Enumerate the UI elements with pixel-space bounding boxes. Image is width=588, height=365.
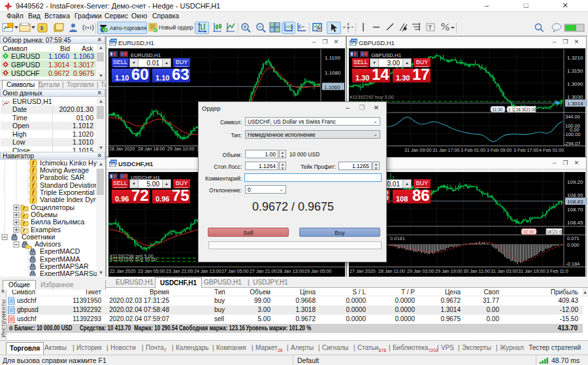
- svg-text:108.70: 108.70: [567, 207, 583, 213]
- svg-text:GBPUSD,H1: GBPUSD,H1: [371, 52, 402, 58]
- svg-text:1.1100: 1.1100: [325, 55, 340, 61]
- svg-text:Triple Exponential Movin: Triple Exponential Movin: [40, 188, 97, 196]
- svg-text:Standard Deviation: Standard Deviation: [40, 181, 97, 189]
- svg-text:EURUSD,H1: EURUSD,H1: [131, 52, 161, 58]
- svg-text:22 Jan 2020: 22 Jan 2020: [110, 268, 136, 274]
- svg-text:0.000: 0.000: [567, 242, 580, 248]
- svg-text:$: $: [41, 25, 44, 31]
- svg-text:3 Feb 01:00: 3 Feb 01:00: [461, 147, 485, 153]
- svg-text:ExpertMAMA: ExpertMAMA: [40, 255, 80, 263]
- svg-text:108.95: 108.95: [567, 192, 583, 198]
- svg-text:1.1060: 1.1060: [324, 84, 340, 90]
- svg-text:23 Jan 21:00: 23 Jan 21:00: [166, 268, 193, 274]
- svg-text:109.20: 109.20: [567, 179, 583, 185]
- svg-text:Билла Вильямса: Билла Вильямса: [31, 218, 84, 226]
- svg-text:Examples: Examples: [31, 226, 61, 234]
- svg-text:28 Jan 2020: 28 Jan 2020: [109, 146, 135, 152]
- svg-text:27 Jan 05:00: 27 Jan 05:00: [221, 268, 249, 274]
- svg-text:1.3210: 1.3210: [567, 55, 583, 61]
- svg-text:0.0181: 0.0181: [390, 235, 405, 241]
- svg-text:1.3090: 1.3090: [567, 81, 583, 87]
- svg-text:ExpertMACD: ExpertMACD: [40, 247, 80, 255]
- svg-text:1 1: 1 1: [508, 107, 514, 112]
- svg-text:29 Jan 05:00: 29 Jan 05:00: [304, 268, 332, 274]
- svg-text:Parabolic SAR: Parabolic SAR: [40, 173, 85, 181]
- svg-text:Осцилляторы: Осцилляторы: [31, 203, 74, 211]
- svg-text:-294.07: -294.07: [564, 141, 580, 147]
- svg-text:28 Jan 18:00: 28 Jan 18:00: [138, 146, 165, 152]
- svg-text:21:0: 21:0: [553, 230, 562, 234]
- svg-text:31 Jan 09:00: 31 Jan 09:00: [404, 147, 432, 153]
- svg-text:31 Jan 03:00: 31 Jan 03:00: [491, 268, 518, 274]
- svg-text:18: 18: [547, 230, 552, 234]
- svg-text:1.3030: 1.3030: [567, 94, 583, 100]
- svg-text:28 Jan 11:00: 28 Jan 11:00: [378, 268, 405, 274]
- svg-text:30 Jan 11:00: 30 Jan 11:00: [463, 268, 490, 274]
- svg-text:27 Jan 2020: 27 Jan 2020: [350, 268, 376, 274]
- svg-text:02:30: 02:30: [523, 230, 534, 234]
- svg-text:1.3014: 1.3014: [567, 101, 583, 107]
- svg-text:#11391950 buy 99.00: #11391950 buy 99.00: [110, 256, 157, 262]
- svg-text:0.071: 0.071: [567, 235, 580, 241]
- svg-text:Moving Average: Moving Average: [40, 166, 89, 174]
- svg-text:23 Jan 05:00: 23 Jan 05:00: [138, 268, 165, 274]
- svg-text:ExpertMAPSARSizeOptim: ExpertMAPSARSizeOptim: [40, 269, 97, 276]
- svg-text:1.3150: 1.3150: [567, 68, 583, 74]
- svg-text:11:30: 11:30: [493, 107, 503, 112]
- svg-text:Advisors: Advisors: [35, 240, 61, 248]
- svg-text:108.45: 108.45: [567, 220, 583, 226]
- svg-text:4 Feb 01:00: 4 Feb 01:00: [539, 147, 564, 153]
- svg-text:29 Jan 19:00: 29 Jan 19:00: [435, 268, 463, 274]
- svg-text:3 Feb 09:00: 3 Feb 09:00: [487, 147, 512, 153]
- svg-text:-100.00: -100.00: [564, 131, 580, 137]
- svg-text:Советники: Советники: [22, 233, 55, 241]
- svg-text:3 Feb 11:0: 3 Feb 11:0: [546, 268, 568, 274]
- svg-text:#11392292 buy 3.00: #11392292 buy 3.00: [350, 94, 394, 100]
- svg-text:ExpertMAPSAR: ExpertMAPSAR: [40, 262, 89, 270]
- svg-text:1.1080: 1.1080: [325, 70, 341, 76]
- svg-text:27 Jan 21:00: 27 Jan 21:00: [250, 268, 277, 274]
- svg-text:28 Jan 13:00: 28 Jan 13:00: [277, 268, 304, 274]
- svg-text:Variable Index Dynamic A: Variable Index Dynamic A: [40, 196, 97, 203]
- svg-text:24 Jan 13:00: 24 Jan 13:00: [194, 268, 221, 274]
- svg-text:-0.184: -0.184: [566, 261, 580, 267]
- svg-text:31 Jan 19:00: 31 Jan 19:00: [518, 268, 546, 274]
- svg-text:T: T: [429, 24, 433, 31]
- svg-text:3 Feb 17:00: 3 Feb 17:00: [514, 147, 538, 153]
- svg-text:21:00: 21:00: [526, 107, 537, 112]
- svg-text:31 Jan 17:00: 31 Jan 17:00: [433, 147, 460, 153]
- svg-text:108.83: 108.83: [567, 199, 583, 205]
- svg-text:344.00: 344.00: [565, 114, 580, 120]
- svg-text:Объемы: Объемы: [31, 211, 57, 218]
- svg-text:29 Jan 03:00: 29 Jan 03:00: [407, 268, 434, 274]
